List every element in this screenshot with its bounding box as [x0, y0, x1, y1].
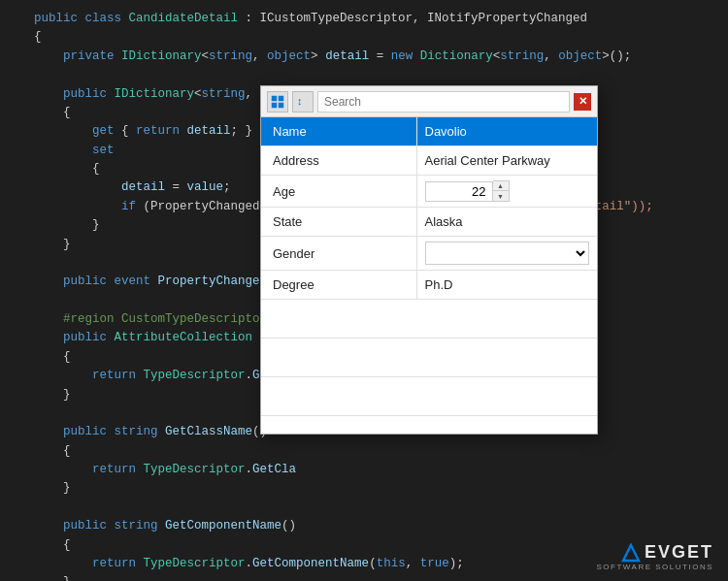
property-grid-popup: ↕ ✕ Name Davolio Address Aerial Center P…	[260, 85, 598, 435]
age-spinner[interactable]: ▲ ▼	[425, 180, 590, 202]
svg-rect-0	[272, 96, 277, 101]
prop-value-degree[interactable]: Ph.D	[416, 271, 597, 300]
prop-label-state: State	[261, 208, 416, 237]
property-row-name[interactable]: Name Davolio	[261, 117, 597, 146]
brand-name: EVGET	[645, 542, 713, 563]
categorize-button[interactable]	[267, 91, 288, 113]
spinner-buttons: ▲ ▼	[493, 180, 510, 202]
prop-label-age: Age	[261, 176, 416, 208]
code-line: }	[19, 573, 709, 581]
gender-dropdown-cell[interactable]: Male Female Other	[425, 242, 590, 265]
svg-rect-1	[279, 96, 283, 101]
gender-select[interactable]: Male Female Other	[425, 242, 590, 265]
code-line: private IDictionary<string, object> deta…	[19, 48, 709, 66]
prop-label-address: Address	[261, 146, 416, 176]
property-grid: Name Davolio Address Aerial Center Parkw…	[261, 117, 597, 416]
prop-value-age[interactable]: ▲ ▼	[416, 176, 597, 208]
code-line: public class CandidateDetail : ICustomTy…	[19, 10, 709, 28]
svg-rect-3	[279, 103, 283, 108]
property-grid-content: Name Davolio Address Aerial Center Parkw…	[261, 117, 597, 434]
age-input[interactable]	[425, 181, 493, 202]
code-line: return TypeDescriptor.GetCla	[19, 461, 709, 479]
popup-toolbar: ↕ ✕	[261, 86, 597, 117]
prop-label-gender: Gender	[261, 237, 416, 271]
code-line: {	[19, 28, 709, 47]
close-button[interactable]: ✕	[574, 93, 591, 111]
code-line	[19, 499, 709, 517]
spinner-up-button[interactable]: ▲	[493, 181, 509, 191]
property-row-degree[interactable]: Degree Ph.D	[261, 271, 597, 300]
evget-logo: EVGET SOFTWARE SOLUTIONS	[597, 542, 714, 571]
code-line: public string GetComponentName()	[19, 517, 709, 535]
prop-value-address[interactable]: Aerial Center Parkway	[416, 146, 597, 176]
property-row-state[interactable]: State Alaska	[261, 208, 597, 237]
prop-value-name[interactable]: Davolio	[416, 117, 597, 146]
search-input[interactable]	[317, 91, 570, 113]
empty-row	[261, 300, 597, 339]
prop-value-gender[interactable]: Male Female Other	[416, 237, 597, 271]
code-line: }	[19, 479, 709, 498]
alphabetical-button[interactable]: ↕	[292, 91, 314, 113]
code-line	[19, 66, 709, 84]
empty-row	[261, 377, 597, 416]
svg-text:↕: ↕	[297, 95, 303, 107]
evget-icon	[621, 543, 641, 563]
svg-rect-2	[272, 103, 277, 108]
prop-label-name: Name	[261, 117, 416, 146]
spinner-down-button[interactable]: ▼	[493, 191, 509, 201]
svg-marker-5	[623, 545, 639, 561]
property-row-gender[interactable]: Gender Male Female Other	[261, 237, 597, 271]
property-row-address[interactable]: Address Aerial Center Parkway	[261, 146, 597, 176]
brand-tagline: SOFTWARE SOLUTIONS	[597, 563, 714, 571]
property-row-age[interactable]: Age ▲ ▼	[261, 176, 597, 208]
empty-row	[261, 339, 597, 377]
code-line: {	[19, 442, 709, 461]
prop-value-state[interactable]: Alaska	[416, 208, 597, 237]
prop-label-degree: Degree	[261, 271, 416, 300]
